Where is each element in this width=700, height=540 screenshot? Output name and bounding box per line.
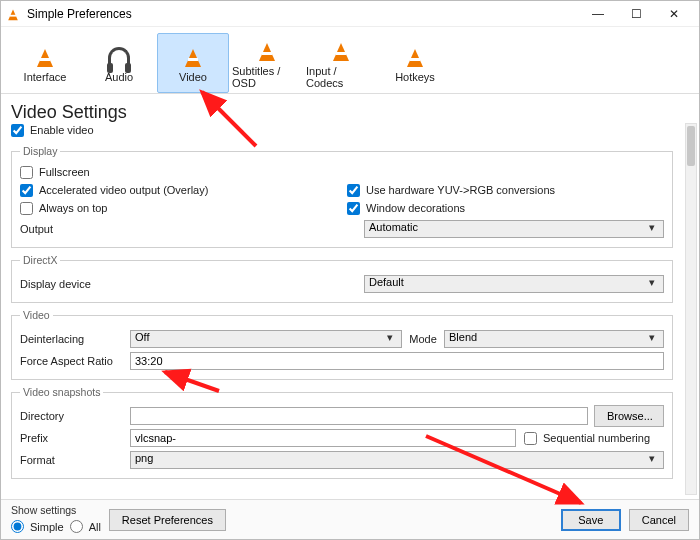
video-group: Video Deinterlacing Off▾ Mode Blend▾ For… — [11, 309, 673, 380]
tab-subtitles[interactable]: Subtitles / OSD — [231, 33, 303, 93]
deinterlacing-dropdown[interactable]: Off▾ — [130, 330, 402, 348]
scrollbar-thumb[interactable] — [687, 126, 695, 166]
chevron-down-icon: ▾ — [645, 331, 659, 347]
display-device-label: Display device — [20, 278, 130, 290]
tab-audio[interactable]: Audio — [83, 33, 155, 93]
snapshots-legend: Video snapshots — [20, 386, 103, 398]
prefix-label: Prefix — [20, 432, 130, 444]
prefix-input[interactable] — [130, 429, 516, 447]
mode-label: Mode — [402, 333, 444, 345]
enable-video-checkbox[interactable] — [11, 124, 24, 137]
deinterlacing-label: Deinterlacing — [20, 333, 130, 345]
output-dropdown[interactable]: Automatic▾ — [364, 220, 664, 238]
browse-button[interactable]: Browse... — [594, 405, 664, 427]
snapshots-group: Video snapshots Directory Browse... Pref… — [11, 386, 673, 479]
save-button[interactable]: Save — [561, 509, 621, 531]
tab-video[interactable]: Video — [157, 33, 229, 93]
vertical-scrollbar[interactable] — [685, 123, 697, 495]
directx-legend: DirectX — [20, 254, 60, 266]
force-aspect-ratio-input[interactable] — [130, 352, 664, 370]
app-icon — [7, 7, 21, 21]
directx-group: DirectX Display device Default▾ — [11, 254, 673, 303]
cone-icon — [251, 37, 283, 65]
cone-icon — [177, 43, 209, 71]
display-group: Display Fullscreen Accelerated video out… — [11, 145, 673, 248]
reset-preferences-button[interactable]: Reset Preferences — [109, 509, 226, 531]
directory-label: Directory — [20, 410, 130, 422]
format-dropdown[interactable]: png▾ — [130, 451, 664, 469]
close-button[interactable]: ✕ — [655, 1, 693, 27]
format-label: Format — [20, 454, 130, 466]
simple-radio[interactable] — [11, 520, 24, 533]
show-settings-label: Show settings — [11, 504, 101, 516]
always-on-top-checkbox[interactable] — [20, 202, 33, 215]
yuv-rgb-checkbox[interactable] — [347, 184, 360, 197]
titlebar: Simple Preferences — ☐ ✕ — [1, 1, 699, 27]
tab-hotkeys[interactable]: Hotkeys — [379, 33, 451, 93]
chevron-down-icon: ▾ — [645, 452, 659, 468]
footer: Show settings Simple All Reset Preferenc… — [1, 499, 699, 539]
directory-input[interactable] — [130, 407, 588, 425]
accel-output-checkbox[interactable] — [20, 184, 33, 197]
window-title: Simple Preferences — [27, 7, 579, 21]
tab-input-codecs[interactable]: Input / Codecs — [305, 33, 377, 93]
fullscreen-checkbox[interactable] — [20, 166, 33, 179]
chevron-down-icon: ▾ — [383, 331, 397, 347]
window-decorations-checkbox[interactable] — [347, 202, 360, 215]
cone-icon — [29, 43, 61, 71]
minimize-button[interactable]: — — [579, 1, 617, 27]
chevron-down-icon: ▾ — [645, 221, 659, 237]
display-device-dropdown[interactable]: Default▾ — [364, 275, 664, 293]
cone-icon — [325, 37, 357, 65]
cone-icon — [399, 43, 431, 71]
tab-interface[interactable]: Interface — [9, 33, 81, 93]
cancel-button[interactable]: Cancel — [629, 509, 689, 531]
all-radio[interactable] — [70, 520, 83, 533]
output-label: Output — [20, 223, 130, 235]
chevron-down-icon: ▾ — [645, 276, 659, 292]
enable-video-label: Enable video — [30, 124, 94, 136]
category-toolbar: Interface Audio Video Subtitles / OSD In… — [1, 27, 699, 94]
mode-dropdown[interactable]: Blend▾ — [444, 330, 664, 348]
headphones-icon — [103, 43, 135, 71]
maximize-button[interactable]: ☐ — [617, 1, 655, 27]
settings-scroll-area: Enable video Display Fullscreen Accelera… — [1, 121, 683, 497]
sequential-numbering-checkbox[interactable] — [524, 432, 537, 445]
video-legend: Video — [20, 309, 53, 321]
display-legend: Display — [20, 145, 60, 157]
force-aspect-ratio-label: Force Aspect Ratio — [20, 355, 130, 367]
